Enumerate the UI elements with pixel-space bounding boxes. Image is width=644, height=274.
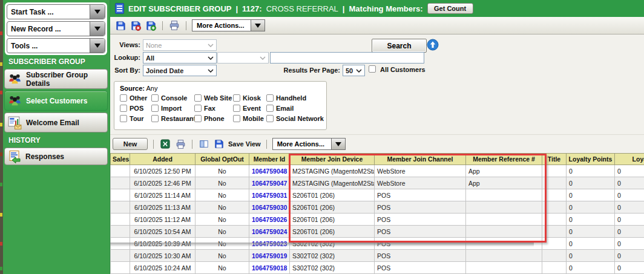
- lookup-keyword-input[interactable]: [270, 52, 424, 64]
- print-icon[interactable]: [174, 138, 186, 150]
- source-option: Social Network: [266, 115, 327, 122]
- source-option-label: POS: [130, 105, 143, 112]
- new-record-menu[interactable]: New Record ...: [7, 21, 105, 36]
- source-checkbox[interactable]: [233, 115, 240, 122]
- save-cancel-icon[interactable]: [130, 19, 142, 31]
- cell-sales: [111, 226, 130, 238]
- source-checkbox[interactable]: [233, 105, 240, 112]
- chevron-down-icon: [356, 69, 362, 73]
- cell-loyalty: 0: [615, 250, 644, 262]
- cell-sales: [111, 189, 130, 201]
- sidebar-item-subscriber-group-details[interactable]: Subscriber Group Details: [4, 69, 108, 89]
- results-per-page-label: Results Per Page:: [248, 67, 340, 74]
- column-header-loyalty[interactable]: Loyalty: [615, 154, 644, 165]
- cell-member-id: 1064759047: [249, 177, 290, 189]
- cell-title: [542, 262, 567, 274]
- cell-added: 6/10/2025 10:54 AM: [130, 226, 196, 238]
- cell-member-reference: [466, 250, 542, 262]
- excel-export-icon[interactable]: [159, 138, 171, 150]
- lookup-select[interactable]: All: [143, 52, 217, 64]
- tools-menu[interactable]: Tools ...: [7, 38, 105, 53]
- column-header-sales[interactable]: Sales: [111, 154, 130, 165]
- member-id-link[interactable]: 1064759019: [252, 252, 287, 259]
- source-checkbox[interactable]: [120, 94, 127, 102]
- responses-icon: [7, 149, 22, 164]
- get-count-button[interactable]: Get Count: [427, 3, 473, 14]
- lookup-label: Lookup:: [110, 54, 140, 61]
- source-checkbox[interactable]: [266, 94, 274, 102]
- column-header-member-id[interactable]: Member Id: [249, 154, 290, 165]
- more-actions-dropdown[interactable]: More Actions...: [192, 19, 265, 31]
- source-checkbox[interactable]: [233, 94, 240, 102]
- cell-added: 6/10/2025 11:12 AM: [130, 214, 196, 226]
- save-add-icon[interactable]: [145, 19, 157, 31]
- record-number: 1127:: [242, 4, 262, 13]
- member-id-link[interactable]: 1064759030: [252, 204, 287, 211]
- member-id-link[interactable]: 1064759031: [252, 192, 287, 199]
- new-button[interactable]: New: [113, 138, 148, 150]
- dropdown-arrow-button[interactable]: [332, 138, 346, 150]
- toolbar-separator: [266, 140, 267, 149]
- cell-loyalty: 0: [615, 201, 644, 214]
- member-id-link[interactable]: 1064759026: [252, 216, 287, 223]
- source-checkbox[interactable]: [120, 105, 127, 112]
- member-id-link[interactable]: 1064759048: [252, 168, 287, 175]
- print-icon[interactable]: [168, 19, 180, 31]
- table-row: 6/10/2025 10:24 AMNo1064759018S302T02 (3…: [111, 262, 644, 274]
- save-view-button[interactable]: Save View: [228, 140, 261, 148]
- source-option: Phone: [194, 115, 233, 122]
- source-checkbox[interactable]: [194, 105, 202, 112]
- page-title: EDIT SUBSCRIBER GROUP: [128, 4, 231, 13]
- source-checkbox[interactable]: [151, 94, 159, 102]
- source-checkbox[interactable]: [266, 105, 274, 112]
- cell-loyalty-points: 0: [567, 177, 615, 189]
- search-go-icon[interactable]: [427, 39, 439, 51]
- member-id-link[interactable]: 1064759024: [252, 228, 287, 235]
- main-panel: More Actions... Views: None Search Looku…: [110, 17, 644, 274]
- triangle-down-icon: [94, 27, 100, 31]
- source-checkbox[interactable]: [120, 115, 127, 122]
- cell-member-join-channel: POS: [375, 250, 466, 262]
- source-option: Console: [151, 94, 194, 102]
- member-id-link[interactable]: 1064759047: [252, 180, 287, 187]
- customer-group-icon: [7, 93, 23, 108]
- column-header-loyalty-points[interactable]: Loyalty Points: [567, 154, 615, 165]
- save-icon[interactable]: [114, 19, 126, 31]
- sort-by-select[interactable]: Joined Date: [143, 65, 217, 76]
- start-task-menu[interactable]: Start Task ...: [7, 4, 105, 19]
- cell-loyalty-points: 0: [567, 238, 615, 250]
- source-option: Other: [120, 94, 151, 102]
- save-view-icon[interactable]: [213, 138, 225, 150]
- dropdown-arrow-button[interactable]: [90, 39, 105, 53]
- cell-member-id: 1064759024: [249, 226, 290, 238]
- column-header-added[interactable]: Added: [130, 154, 196, 165]
- cell-loyalty-points: 0: [567, 250, 615, 262]
- results-more-actions-dropdown[interactable]: More Actions...: [272, 138, 346, 150]
- source-checkbox[interactable]: [266, 115, 274, 122]
- dropdown-arrow-button[interactable]: [251, 19, 265, 31]
- cell-global-optout: No: [196, 165, 249, 177]
- source-checkbox[interactable]: [194, 115, 202, 122]
- source-checkbox[interactable]: [151, 115, 159, 122]
- table-row: 6/10/2025 10:30 AMNo1064759019S302T02 (3…: [111, 250, 644, 262]
- search-button[interactable]: Search: [372, 39, 427, 53]
- column-header-global-optout[interactable]: Global OptOut: [196, 154, 249, 165]
- sidebar-item-welcome-email[interactable]: Welcome Email: [4, 113, 108, 132]
- cell-added: 6/10/2025 10:24 AM: [130, 262, 196, 274]
- source-option: Web Site: [194, 94, 233, 102]
- columns-icon[interactable]: [198, 138, 210, 150]
- source-checkbox[interactable]: [194, 94, 202, 102]
- source-option-label: Console: [161, 94, 187, 102]
- source-checkbox[interactable]: [151, 105, 159, 112]
- dropdown-arrow-button[interactable]: [90, 22, 105, 36]
- dropdown-arrow-button[interactable]: [90, 5, 105, 19]
- all-customers-checkbox[interactable]: [369, 65, 376, 73]
- cell-sales: [111, 201, 130, 214]
- sidebar-item-responses[interactable]: Responses: [4, 148, 108, 165]
- results-per-page-select[interactable]: 50: [343, 65, 365, 76]
- source-option-label: Kiosk: [243, 94, 261, 102]
- source-option: Fax: [194, 105, 233, 112]
- member-id-link[interactable]: 1064759018: [252, 264, 287, 272]
- sidebar-item-select-customers[interactable]: Select Customers: [4, 91, 108, 111]
- source-option-label: Event: [243, 105, 261, 112]
